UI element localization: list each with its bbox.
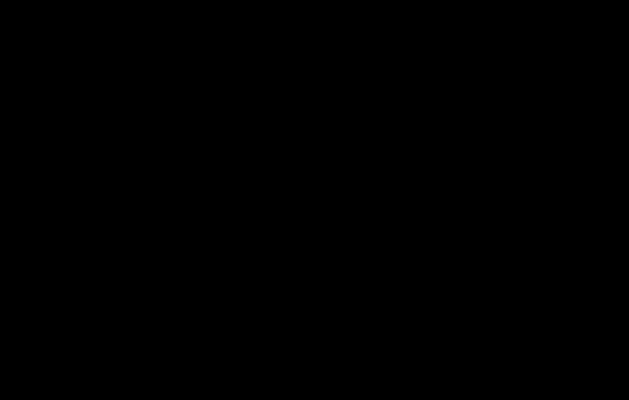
spectrogram-canvas — [30, 96, 629, 392]
time-axis — [0, 80, 629, 93]
header-separator — [175, 66, 627, 67]
hrofft-window — [0, 0, 629, 400]
